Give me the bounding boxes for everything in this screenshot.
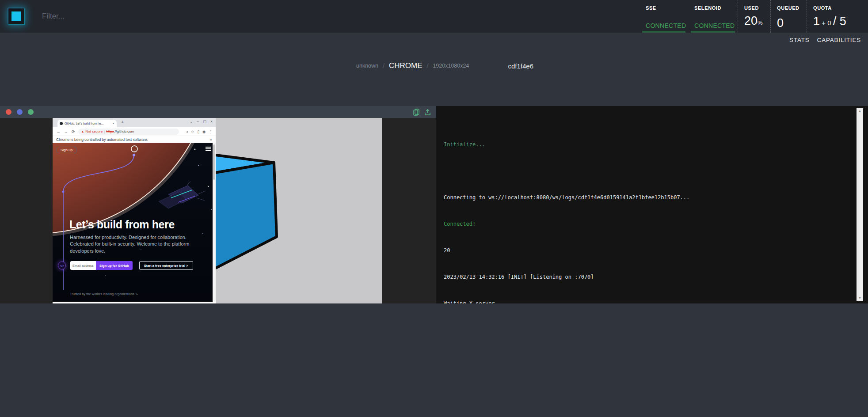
status-label: SSE (646, 5, 682, 11)
session-browser: CHROME (389, 61, 423, 70)
view-tabs: STATS CAPABILITIES (789, 33, 861, 47)
reload-icon[interactable]: ⟳ (72, 129, 75, 134)
status-value: 1 + 0 / 5 (813, 15, 862, 29)
session-version: unknown (356, 63, 378, 69)
trusted-organizations-text: Trusted by the world’s leading organizat… (70, 292, 138, 296)
browser-toolbar: ← → ⟳ ▲ Not secure | https ://github.com (53, 127, 216, 136)
status-quota: QUOTA 1 + 0 / 5 (807, 0, 868, 33)
status-label: QUEUED (777, 5, 800, 11)
window-traffic-lights (6, 109, 34, 115)
divider: | (104, 129, 105, 133)
url-scheme: https (106, 129, 114, 133)
github-page: Sign up Let’s build from here Harnessed … (53, 143, 216, 302)
tab-title: GitHub: Let’s build from he... (65, 122, 111, 125)
log-scrollbar[interactable]: ▲ ▼ (857, 108, 863, 301)
vnc-window-header (0, 106, 436, 118)
tab-stats[interactable]: STATS (789, 37, 810, 43)
selenoid-ui-app: SSE CONNECTED SELENOID CONNECTED USED 20… (0, 0, 868, 417)
not-secure-label: Not secure (85, 129, 103, 133)
app-logo-icon[interactable] (8, 8, 24, 24)
browser-tab[interactable]: GitHub: Let’s build from he... × (57, 120, 117, 127)
warning-icon: ▲ (81, 130, 84, 133)
log-line (444, 168, 848, 174)
github-signup-button[interactable]: Sign up (57, 147, 76, 153)
browser-tabstrip: GitHub: Let’s build from he... × + ⌄ – ▢… (53, 118, 216, 127)
topbar: SSE CONNECTED SELENOID CONNECTED USED 20… (0, 0, 868, 33)
share-icon[interactable]: ◃ (186, 129, 187, 134)
code-chip-icon: </> (58, 262, 66, 269)
log-line: 2023/02/13 14:32:16 [INIT] [Listening on… (444, 274, 848, 281)
status-sse: SSE CONNECTED (640, 0, 688, 33)
log-line: Initialize... (444, 141, 848, 148)
minimize-icon[interactable]: – (197, 119, 199, 124)
session-log-panel: Initialize... Connecting to ws://localho… (436, 106, 868, 303)
status-label: QUOTA (813, 5, 862, 11)
tab-search-icon[interactable]: ⌄ (190, 119, 193, 124)
chrome-browser-window: GitHub: Let’s build from he... × + ⌄ – ▢… (53, 118, 216, 303)
bookmark-star-icon[interactable]: ☆ (191, 129, 194, 134)
log-line: Waiting X server... (444, 300, 848, 303)
back-icon[interactable]: ← (57, 129, 61, 134)
infobar-text: Chrome is being controlled by automated … (56, 137, 148, 142)
github-headline: Let’s build from here (69, 218, 175, 231)
log-line: Connected! (444, 221, 848, 227)
status-label: USED (744, 5, 764, 11)
new-tab-button[interactable]: + (121, 119, 124, 125)
status-queued: QUEUED 0 (770, 0, 807, 33)
session-id: cdf1f4e6 (508, 62, 533, 70)
nav-buttons: ← → ⟳ (57, 129, 75, 134)
tab-close-icon[interactable]: × (112, 121, 114, 125)
hamburger-menu-icon[interactable] (206, 147, 211, 152)
session-row[interactable]: unknown / CHROME / 1920x1080x24 cdf1f4e6 (356, 59, 533, 73)
maximize-icon[interactable]: ▢ (203, 119, 206, 124)
close-icon[interactable]: × (210, 119, 213, 124)
clipboard-icon[interactable] (413, 109, 419, 116)
infobar-close-icon[interactable]: × (210, 137, 212, 142)
log-line: Connecting to ws://localhost:8080/ws/log… (444, 194, 848, 201)
status-value: CONNECTED (646, 22, 682, 29)
automation-infobar: Chrome is being controlled by automated … (53, 136, 216, 143)
address-bar[interactable]: ▲ Not secure | https ://github.com (78, 129, 179, 135)
scroll-down-icon[interactable]: ▼ (857, 295, 863, 301)
url-text: ://github.com (114, 129, 134, 133)
github-favicon (60, 122, 63, 125)
browser-window-controls: ⌄ – ▢ × (190, 119, 213, 124)
status-used: USED 20% (738, 0, 770, 33)
vnc-canvas: GitHub: Let’s build from he... × + ⌄ – ▢… (0, 118, 436, 303)
close-window-button[interactable] (6, 109, 11, 115)
separator: / (383, 62, 385, 69)
separator: / (427, 62, 429, 69)
filter-input[interactable] (42, 12, 228, 21)
scroll-up-icon[interactable]: ▲ (857, 108, 863, 114)
toolbar-icons: ◃ ☆ ▯ ◉ ⋮ (186, 129, 213, 134)
fullscreen-window-button[interactable] (28, 109, 34, 115)
github-signup-form: Sign up for GitHub Start a free enterpri… (70, 261, 193, 270)
browser-scrollbar[interactable] (213, 143, 216, 302)
email-field[interactable] (70, 261, 96, 270)
github-tagline: Harnessed for productivity. Designed for… (70, 234, 194, 254)
profile-avatar-icon[interactable]: ◉ (202, 129, 206, 134)
percent-unit: % (758, 19, 763, 26)
status-group: SSE CONNECTED SELENOID CONNECTED USED 20… (640, 0, 868, 33)
vnc-actions (413, 109, 431, 116)
enterprise-trial-button[interactable]: Start a free enterprise trial > (139, 261, 193, 270)
log-line: 20 (444, 247, 848, 254)
github-octocat-icon[interactable] (130, 145, 138, 153)
session-resolution: 1920x1080x24 (433, 63, 469, 69)
side-panel-icon[interactable]: ▯ (197, 129, 199, 134)
menu-dots-icon[interactable]: ⋮ (209, 129, 213, 134)
remote-screen[interactable]: GitHub: Let’s build from he... × + ⌄ – ▢… (53, 118, 382, 303)
signup-for-github-button[interactable]: Sign up for GitHub (96, 261, 133, 270)
vnc-window: GitHub: Let’s build from he... × + ⌄ – ▢… (0, 106, 436, 303)
status-value: 0 (777, 17, 800, 29)
status-value: CONNECTED (694, 22, 731, 29)
forward-icon[interactable]: → (64, 129, 68, 134)
scrollbar-thumb[interactable] (213, 144, 215, 180)
tab-capabilities[interactable]: CAPABILITIES (817, 37, 861, 43)
status-value: 20% (744, 15, 764, 29)
minimize-window-button[interactable] (17, 109, 23, 115)
status-label: SELENOID (694, 5, 731, 11)
upload-icon[interactable] (424, 109, 431, 116)
status-selenoid: SELENOID CONNECTED (688, 0, 738, 33)
